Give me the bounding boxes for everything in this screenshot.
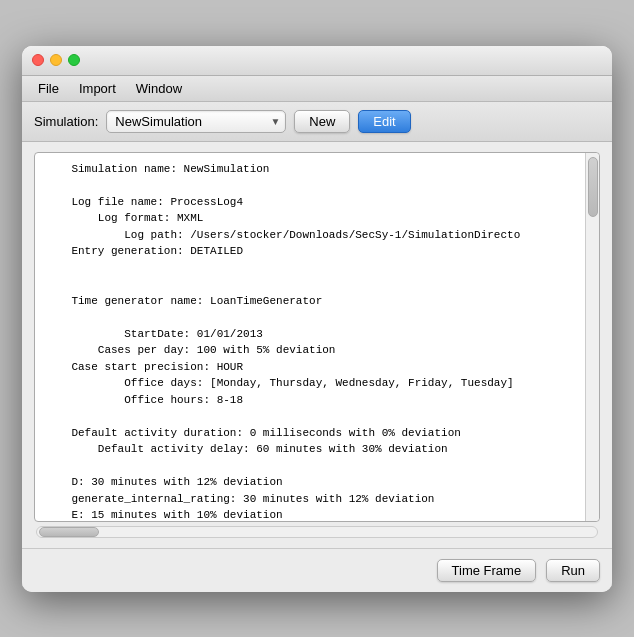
bottom-toolbar: Time Frame Run bbox=[22, 548, 612, 592]
title-bar bbox=[22, 46, 612, 76]
menu-window[interactable]: Window bbox=[128, 79, 190, 98]
menu-import[interactable]: Import bbox=[71, 79, 124, 98]
simulation-select[interactable]: NewSimulation bbox=[106, 110, 286, 133]
edit-button[interactable]: Edit bbox=[358, 110, 410, 133]
vertical-scrollbar[interactable] bbox=[585, 153, 599, 521]
horizontal-scroll-area bbox=[34, 526, 600, 538]
horizontal-scrollbar[interactable] bbox=[36, 526, 598, 538]
scrollbar-thumb[interactable] bbox=[588, 157, 598, 217]
new-button[interactable]: New bbox=[294, 110, 350, 133]
menu-file[interactable]: File bbox=[30, 79, 67, 98]
traffic-lights bbox=[32, 54, 80, 66]
minimize-button[interactable] bbox=[50, 54, 62, 66]
log-text[interactable]: Simulation name: NewSimulation Log file … bbox=[35, 153, 585, 521]
toolbar: Simulation: NewSimulation ▼ New Edit bbox=[22, 102, 612, 142]
run-button[interactable]: Run bbox=[546, 559, 600, 582]
simulation-select-wrapper: NewSimulation ▼ bbox=[106, 110, 286, 133]
h-scrollbar-thumb[interactable] bbox=[39, 527, 99, 537]
time-frame-button[interactable]: Time Frame bbox=[437, 559, 537, 582]
simulation-label: Simulation: bbox=[34, 114, 98, 129]
maximize-button[interactable] bbox=[68, 54, 80, 66]
menu-bar: File Import Window bbox=[22, 76, 612, 102]
log-box: Simulation name: NewSimulation Log file … bbox=[34, 152, 600, 522]
main-window: File Import Window Simulation: NewSimula… bbox=[22, 46, 612, 592]
close-button[interactable] bbox=[32, 54, 44, 66]
content-area: Simulation name: NewSimulation Log file … bbox=[22, 142, 612, 548]
